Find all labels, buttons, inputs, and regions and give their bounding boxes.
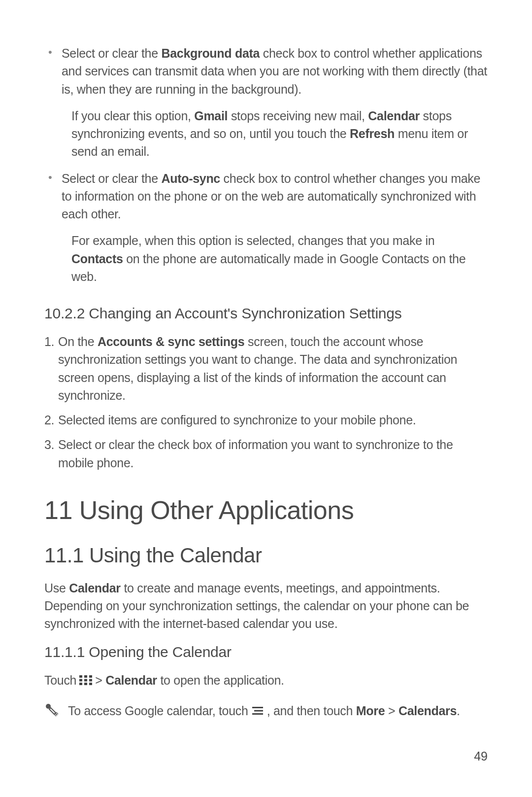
svg-rect-1	[84, 675, 87, 678]
tip-bold-1: More	[356, 704, 385, 718]
step-2-number: 2.	[44, 411, 54, 429]
touch-text-2: > Calendar to open the application.	[95, 671, 284, 689]
bullet2-sub-text-2: on the phone are automatically made in G…	[71, 252, 466, 283]
bullet1-sub-bold-1: Gmail	[194, 109, 228, 123]
tip-conn-1: , and then touch	[267, 704, 356, 718]
para-11-1-bold-1: Calendar	[69, 581, 121, 595]
menu-lines-icon	[251, 706, 264, 716]
step-1-text-1: On the	[58, 335, 98, 348]
tip-conn-2: >	[385, 704, 399, 718]
svg-rect-11	[254, 710, 263, 711]
touch-arrow: >	[95, 673, 105, 687]
svg-rect-12	[252, 713, 263, 715]
step-3-number: 3.	[44, 436, 54, 453]
svg-rect-2	[89, 675, 92, 678]
touch-text-3: to open the application.	[157, 673, 284, 687]
bullet2-sub-text-1: For example, when this option is selecte…	[71, 234, 434, 247]
step-3-text: Select or clear the check box of informa…	[58, 438, 453, 469]
bullet1-sub-paragraph: If you clear this option, Gmail stops re…	[44, 107, 488, 161]
svg-rect-8	[89, 683, 92, 685]
svg-rect-7	[84, 683, 87, 685]
bullet1-text-1: Select or clear the	[62, 46, 161, 60]
svg-rect-0	[79, 675, 82, 678]
step-3: 3. Select or clear the check box of info…	[44, 436, 488, 472]
touch-bold-1: Calendar	[105, 673, 157, 687]
step-1-bold-1: Accounts & sync settings	[98, 335, 244, 348]
paragraph-11-1: Use Calendar to create and manage events…	[44, 579, 488, 633]
para-11-1-text-1: Use	[44, 581, 69, 595]
heading-11-1: 11.1 Using the Calendar	[44, 544, 488, 567]
bullet2-bold-1: Auto-sync	[161, 172, 220, 185]
bullet1-sub-bold-3: Refresh	[350, 127, 395, 140]
touch-instruction-line: Touch > Calendar to open the application…	[44, 671, 488, 689]
heading-11: 11 Using Other Applications	[44, 495, 488, 525]
bullet-list-sync-options: Select or clear the Background data chec…	[44, 44, 488, 285]
bullet2-sub-bold-1: Contacts	[71, 252, 123, 266]
bullet1-sub-bold-2: Calendar	[368, 109, 420, 123]
svg-rect-6	[79, 683, 82, 685]
numbered-steps-10-2-2: 1. On the Accounts & sync settings scree…	[44, 333, 488, 472]
bullet-auto-sync: Select or clear the Auto-sync check box …	[44, 170, 488, 223]
svg-rect-10	[252, 707, 263, 708]
page-number: 49	[474, 749, 488, 763]
tip-text-2: , and then touch More > Calendars.	[267, 702, 460, 720]
svg-rect-5	[89, 679, 92, 681]
tip-line: To access Google calendar, touch , and t…	[44, 702, 488, 720]
bullet1-sub-text-2: stops receiving new mail,	[228, 109, 368, 123]
bullet1-sub-text-1: If you clear this option,	[71, 109, 194, 123]
touch-text-1: Touch	[44, 671, 76, 689]
heading-11-1-1: 11.1.1 Opening the Calendar	[44, 644, 488, 660]
svg-rect-3	[79, 679, 82, 681]
bullet2-sub-paragraph: For example, when this option is selecte…	[44, 232, 488, 285]
tip-bold-2: Calendars	[399, 704, 457, 718]
step-2-text: Selected items are configured to synchro…	[58, 413, 416, 427]
step-1: 1. On the Accounts & sync settings scree…	[44, 333, 488, 404]
heading-10-2-2: 10.2.2 Changing an Account's Synchroniza…	[44, 305, 488, 322]
bullet-background-data: Select or clear the Background data chec…	[44, 44, 488, 98]
tip-icon	[44, 703, 59, 718]
apps-grid-icon	[79, 675, 92, 685]
bullet2-text-1: Select or clear the	[62, 172, 161, 185]
tip-text-1: To access Google calendar, touch	[68, 702, 248, 720]
tip-conn-3: .	[457, 704, 460, 718]
svg-rect-4	[84, 679, 87, 681]
step-1-number: 1.	[44, 333, 54, 350]
bullet1-bold-1: Background data	[161, 46, 260, 60]
step-2: 2. Selected items are configured to sync…	[44, 411, 488, 429]
